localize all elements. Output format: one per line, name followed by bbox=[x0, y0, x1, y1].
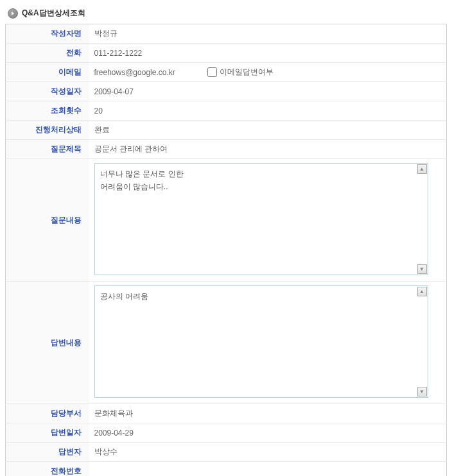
value-process-status: 완료 bbox=[89, 121, 447, 140]
label-question-content: 질문내용 bbox=[6, 159, 89, 282]
value-created-date: 2009-04-07 bbox=[89, 82, 447, 101]
value-author-name: 박정규 bbox=[89, 24, 447, 44]
title-bar: Q&A답변상세조회 bbox=[5, 5, 447, 24]
label-answerer-phone: 전화번호 bbox=[6, 462, 89, 477]
value-answerer: 박상수 bbox=[89, 443, 447, 462]
value-answerer-phone bbox=[89, 462, 447, 477]
scroll-up-icon[interactable]: ▲ bbox=[417, 164, 427, 174]
detail-table: 작성자명 박정규 전화 011-212-1222 이메일 freehows@go… bbox=[5, 24, 447, 476]
answer-content-box[interactable]: 공사의 어려움 bbox=[94, 285, 428, 398]
page-title: Q&A답변상세조회 bbox=[22, 8, 85, 19]
value-phone: 011-212-1222 bbox=[89, 44, 447, 63]
question-content-box[interactable]: 너무나 많은 문서로 인한 어려움이 많습니다.. bbox=[94, 163, 428, 275]
title-icon bbox=[8, 8, 18, 19]
email-reply-group: 이메일답변여부 bbox=[207, 67, 274, 78]
label-phone: 전화 bbox=[6, 44, 89, 63]
label-created-date: 작성일자 bbox=[6, 82, 89, 101]
label-author-name: 작성자명 bbox=[6, 24, 89, 44]
value-view-count: 20 bbox=[89, 101, 447, 121]
email-reply-label: 이메일답변여부 bbox=[220, 67, 274, 78]
value-department: 문화체육과 bbox=[89, 404, 447, 423]
label-answerer: 답변자 bbox=[6, 443, 89, 462]
scroll-down-icon[interactable]: ▼ bbox=[417, 264, 427, 274]
answer-content-wrapper: 공사의 어려움 ▲ ▼ bbox=[94, 285, 428, 398]
label-answer-content: 답변내용 bbox=[6, 282, 89, 404]
label-question-title: 질문제목 bbox=[6, 140, 89, 159]
email-row: freehows@google.co.kr 이메일답변여부 bbox=[94, 67, 442, 78]
label-answer-date: 답변일자 bbox=[6, 423, 89, 443]
page-container: Q&A답변상세조회 작성자명 박정규 전화 011-212-1222 이메일 f… bbox=[0, 0, 452, 476]
value-email: freehows@google.co.kr bbox=[94, 68, 175, 77]
scroll-down-icon[interactable]: ▼ bbox=[417, 387, 427, 396]
label-department: 담당부서 bbox=[6, 404, 89, 423]
question-content-wrapper: 너무나 많은 문서로 인한 어려움이 많습니다.. ▲ ▼ bbox=[94, 163, 428, 275]
scroll-up-icon[interactable]: ▲ bbox=[417, 287, 427, 296]
value-answer-date: 2009-04-29 bbox=[89, 423, 447, 443]
label-process-status: 진행처리상태 bbox=[6, 121, 89, 140]
label-email: 이메일 bbox=[6, 63, 89, 82]
label-view-count: 조회횟수 bbox=[6, 101, 89, 121]
email-reply-checkbox[interactable] bbox=[207, 67, 217, 77]
value-question-title: 공문서 관리에 관하여 bbox=[89, 140, 447, 159]
